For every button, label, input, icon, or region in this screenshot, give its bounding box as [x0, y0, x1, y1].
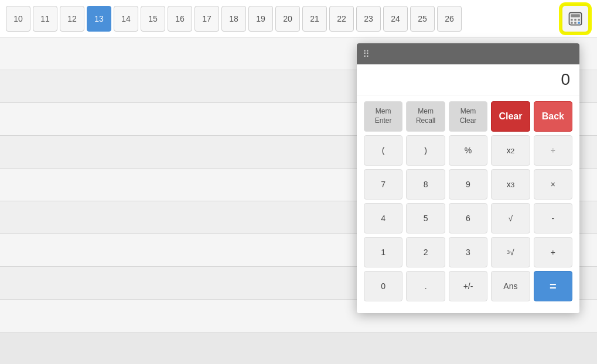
plus-minus-button[interactable]: +/-	[449, 271, 487, 301]
three-button[interactable]: 3	[449, 237, 487, 267]
cbrt-button[interactable]: 3√	[491, 237, 530, 267]
tab-item-24[interactable]: 24	[383, 6, 408, 32]
tab-bar: 1011121314151617181920212223242526	[0, 0, 597, 37]
mem-recall-button[interactable]: MemRecall	[406, 101, 445, 132]
back-button[interactable]: Back	[534, 101, 572, 132]
mem-clear-button[interactable]: MemClear	[449, 101, 487, 132]
svg-rect-7	[578, 22, 580, 24]
plus-button[interactable]: +	[534, 237, 572, 267]
tab-item-16[interactable]: 16	[168, 6, 192, 32]
calculator-header[interactable]: ⠿	[357, 43, 579, 64]
four-button[interactable]: 4	[364, 203, 402, 233]
tab-item-18[interactable]: 18	[221, 6, 246, 32]
mem-enter-button[interactable]: MemEnter	[364, 101, 402, 132]
zero-button[interactable]: 0	[364, 271, 402, 301]
x-squared-button[interactable]: x2	[491, 135, 530, 166]
tab-item-20[interactable]: 20	[275, 6, 300, 32]
minus-button[interactable]: -	[534, 203, 572, 233]
tab-item-19[interactable]: 19	[248, 6, 273, 32]
six-button[interactable]: 6	[449, 203, 487, 233]
tabs-container: 1011121314151617181920212223242526	[5, 6, 463, 32]
calculator-popup: ⠿ 0 MemEnter MemRecall MemClear Clear Ba…	[357, 43, 579, 313]
dot-button[interactable]: .	[406, 271, 445, 301]
calc-row-789: 7 8 9 x3 ×	[364, 169, 572, 200]
tab-item-14[interactable]: 14	[114, 6, 138, 32]
calc-row-456: 4 5 6 √ -	[364, 203, 572, 233]
svg-rect-6	[574, 22, 576, 24]
one-button[interactable]: 1	[364, 237, 402, 267]
ans-button[interactable]: Ans	[491, 271, 530, 301]
tab-item-26[interactable]: 26	[437, 6, 462, 32]
tab-item-22[interactable]: 22	[329, 6, 354, 32]
svg-rect-4	[578, 19, 580, 21]
tab-item-21[interactable]: 21	[302, 6, 327, 32]
tab-item-25[interactable]: 25	[410, 6, 435, 32]
eight-button[interactable]: 8	[406, 169, 445, 200]
multiply-button[interactable]: ×	[534, 169, 572, 200]
tab-item-17[interactable]: 17	[195, 6, 219, 32]
clear-button[interactable]: Clear	[491, 101, 530, 132]
calculator-display: 0	[357, 64, 579, 95]
nine-button[interactable]: 9	[449, 169, 487, 200]
two-button[interactable]: 2	[406, 237, 445, 267]
tab-item-13[interactable]: 13	[87, 6, 111, 32]
seven-button[interactable]: 7	[364, 169, 402, 200]
calc-row-zero: 0 . +/- Ans =	[364, 271, 572, 301]
calc-row-123: 1 2 3 3√ +	[364, 237, 572, 267]
percent-button[interactable]: %	[449, 135, 487, 166]
tab-item-15[interactable]: 15	[141, 6, 165, 32]
svg-rect-2	[571, 19, 573, 21]
close-paren-button[interactable]: )	[406, 135, 445, 166]
svg-rect-3	[574, 19, 576, 21]
calc-row-special: ( ) % x2 ÷	[364, 135, 572, 166]
calculator-toggle-button[interactable]	[561, 4, 590, 33]
tab-item-11[interactable]: 11	[33, 6, 57, 32]
svg-rect-5	[571, 22, 573, 24]
x-cubed-button[interactable]: x3	[491, 169, 530, 200]
open-paren-button[interactable]: (	[364, 135, 402, 166]
sqrt-button[interactable]: √	[491, 203, 530, 233]
tab-item-23[interactable]: 23	[356, 6, 381, 32]
divide-button[interactable]: ÷	[534, 135, 572, 166]
equals-button[interactable]: =	[534, 271, 572, 301]
drag-icon: ⠿	[363, 49, 370, 60]
svg-rect-1	[571, 14, 580, 17]
calc-row-mem: MemEnter MemRecall MemClear Clear Back	[364, 101, 572, 132]
tab-item-10[interactable]: 10	[6, 6, 30, 32]
main-area: ⠿ 0 MemEnter MemRecall MemClear Clear Ba…	[0, 37, 597, 364]
calculator-body: MemEnter MemRecall MemClear Clear Back (…	[357, 95, 579, 313]
tab-item-12[interactable]: 12	[60, 6, 84, 32]
five-button[interactable]: 5	[406, 203, 445, 233]
